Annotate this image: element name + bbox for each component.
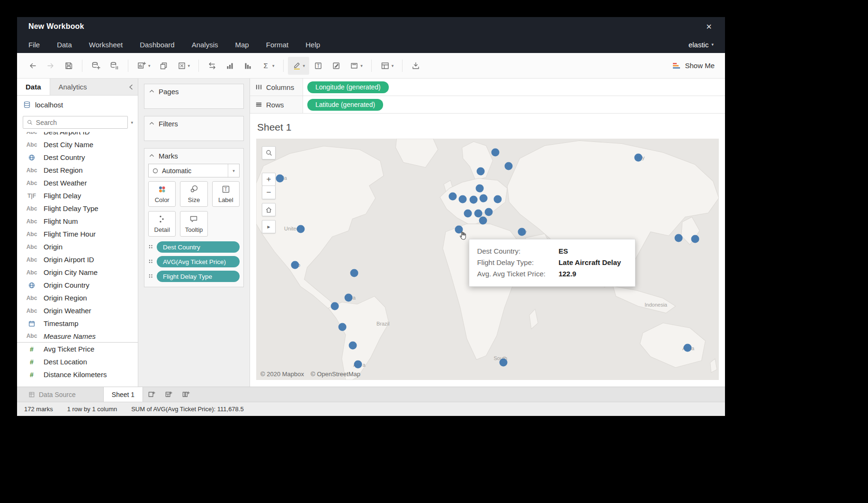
map-mark[interactable] bbox=[475, 184, 483, 192]
pause-auto-updates-button[interactable] bbox=[105, 57, 124, 75]
map-mark[interactable] bbox=[449, 193, 457, 201]
menu-worksheet[interactable]: Worksheet bbox=[89, 41, 123, 49]
map-mark[interactable] bbox=[464, 210, 472, 218]
map-mark[interactable] bbox=[349, 341, 357, 349]
map-mark[interactable] bbox=[458, 195, 466, 203]
zoom-in-button[interactable]: + bbox=[262, 173, 276, 186]
show-hide-cards-button[interactable]: ▾ bbox=[376, 57, 398, 75]
field-item[interactable]: Dest Country bbox=[17, 151, 138, 164]
rows-pill-latitude[interactable]: Latitude (generated) bbox=[307, 99, 383, 111]
pages-card[interactable]: Pages bbox=[144, 84, 244, 109]
totals-button[interactable]: Σ▾ bbox=[257, 57, 279, 75]
field-item[interactable]: AbcOrigin City Name bbox=[17, 266, 138, 279]
map-mark[interactable] bbox=[350, 269, 358, 277]
menu-file[interactable]: File bbox=[28, 41, 40, 49]
field-item[interactable]: #Dest Location bbox=[17, 355, 138, 368]
field-item[interactable]: AbcOrigin Airport ID bbox=[17, 253, 138, 266]
map-mark[interactable] bbox=[675, 234, 683, 242]
map-mark[interactable] bbox=[479, 216, 487, 224]
field-item[interactable]: AbcDest Weather bbox=[17, 176, 138, 189]
fit-dropdown[interactable]: ▾ bbox=[345, 57, 367, 75]
field-item[interactable]: AbcFlight Num bbox=[17, 215, 138, 228]
menu-map[interactable]: Map bbox=[235, 41, 249, 49]
map-search-button[interactable] bbox=[262, 146, 276, 159]
map-mark[interactable] bbox=[476, 168, 484, 176]
zoom-out-button[interactable]: − bbox=[262, 186, 276, 199]
mark-type-dropdown[interactable]: Automatic ▾ bbox=[148, 164, 240, 177]
map-mark[interactable] bbox=[499, 359, 507, 367]
map-mark[interactable] bbox=[493, 195, 501, 203]
detail-button[interactable]: Detail bbox=[148, 211, 176, 237]
map-mark[interactable] bbox=[276, 174, 284, 182]
map-mark[interactable] bbox=[470, 196, 478, 204]
map-mark[interactable] bbox=[291, 261, 299, 269]
map-mark[interactable] bbox=[518, 228, 526, 236]
field-item[interactable]: AbcDest City Name bbox=[17, 138, 138, 151]
map-mark[interactable] bbox=[338, 323, 346, 331]
zoom-home-button[interactable] bbox=[262, 203, 276, 216]
sort-ascending-button[interactable] bbox=[221, 57, 239, 75]
field-search[interactable] bbox=[23, 116, 128, 129]
format-button[interactable] bbox=[327, 57, 345, 75]
map-mark[interactable] bbox=[635, 153, 643, 161]
swap-axes-button[interactable] bbox=[203, 57, 221, 75]
menu-help[interactable]: Help bbox=[305, 41, 320, 49]
map-mark[interactable] bbox=[345, 294, 353, 302]
filters-card[interactable]: Filters bbox=[144, 116, 244, 141]
account-menu[interactable]: elastic▾ bbox=[689, 41, 714, 49]
map-mark[interactable] bbox=[492, 149, 500, 157]
new-dashboard-tab-button[interactable] bbox=[160, 387, 177, 402]
field-item[interactable]: Timestamp bbox=[17, 317, 138, 330]
field-item[interactable]: T|FFlight Delay bbox=[17, 189, 138, 202]
field-item[interactable]: Origin Country bbox=[17, 279, 138, 291]
mapbox-attribution[interactable]: © 2020 Mapbox bbox=[260, 371, 304, 378]
marks-pill[interactable]: Dest Country bbox=[157, 241, 240, 253]
columns-drop-area[interactable]: Longitude (generated) bbox=[303, 79, 725, 96]
map-mark[interactable] bbox=[691, 235, 699, 243]
rows-drop-area[interactable]: Latitude (generated) bbox=[303, 96, 725, 113]
map-view[interactable]: laUnited SM oCo aBrazilArc aT yR yIndone… bbox=[256, 139, 719, 380]
search-input[interactable] bbox=[36, 119, 124, 126]
undo-button[interactable] bbox=[24, 57, 42, 75]
marks-pill[interactable]: Flight Delay Type bbox=[157, 271, 240, 282]
tab-analytics[interactable]: Analytics bbox=[50, 79, 96, 95]
color-button[interactable]: Color bbox=[148, 181, 176, 207]
map-mark[interactable] bbox=[331, 302, 339, 310]
map-mark[interactable] bbox=[505, 162, 513, 170]
map-tools-flyout-button[interactable]: ▸ bbox=[262, 220, 276, 233]
menu-data[interactable]: Data bbox=[57, 41, 72, 49]
map-mark[interactable] bbox=[485, 208, 493, 216]
size-button[interactable]: Size bbox=[180, 181, 207, 207]
save-button[interactable] bbox=[60, 57, 78, 75]
map-mark[interactable] bbox=[683, 344, 691, 352]
new-story-tab-button[interactable] bbox=[177, 387, 194, 402]
map-mark[interactable] bbox=[354, 361, 362, 369]
menu-analysis[interactable]: Analysis bbox=[192, 41, 218, 49]
new-data-source-button[interactable] bbox=[87, 57, 105, 75]
presentation-mode-button[interactable] bbox=[407, 57, 425, 75]
map-mark[interactable] bbox=[296, 225, 304, 233]
field-item[interactable]: AbcDest Airport ID bbox=[17, 132, 138, 138]
data-source-connection[interactable]: localhost bbox=[17, 96, 138, 114]
field-item[interactable]: AbcFlight Delay Type bbox=[17, 202, 138, 215]
collapse-pane-button[interactable] bbox=[124, 79, 138, 95]
menu-format[interactable]: Format bbox=[266, 41, 289, 49]
menu-dashboard[interactable]: Dashboard bbox=[140, 41, 174, 49]
field-item[interactable]: #Distance Kilometers bbox=[17, 368, 138, 381]
field-item[interactable]: AbcMeasure Names bbox=[17, 330, 138, 343]
new-worksheet-button[interactable]: ▾ bbox=[133, 57, 155, 75]
tooltip-button[interactable]: Tooltip bbox=[180, 211, 207, 237]
show-mark-labels-button[interactable]: T bbox=[309, 57, 327, 75]
field-item[interactable]: AbcOrigin Region bbox=[17, 291, 138, 304]
label-button[interactable]: T Label bbox=[212, 181, 240, 207]
show-me-button[interactable]: Show Me bbox=[672, 62, 718, 70]
field-item[interactable]: #Avg Ticket Price bbox=[17, 343, 138, 355]
highlight-button[interactable]: ▾ bbox=[288, 57, 310, 75]
duplicate-button[interactable] bbox=[155, 57, 173, 75]
new-worksheet-tab-button[interactable] bbox=[143, 387, 160, 402]
marks-pill[interactable]: AVG(Avg Ticket Price) bbox=[157, 256, 240, 267]
columns-pill-longitude[interactable]: Longitude (generated) bbox=[307, 81, 389, 93]
osm-attribution[interactable]: © OpenStreetMap bbox=[311, 371, 360, 378]
redo-button[interactable] bbox=[42, 57, 60, 75]
tab-sheet-1[interactable]: Sheet 1 bbox=[103, 387, 143, 402]
